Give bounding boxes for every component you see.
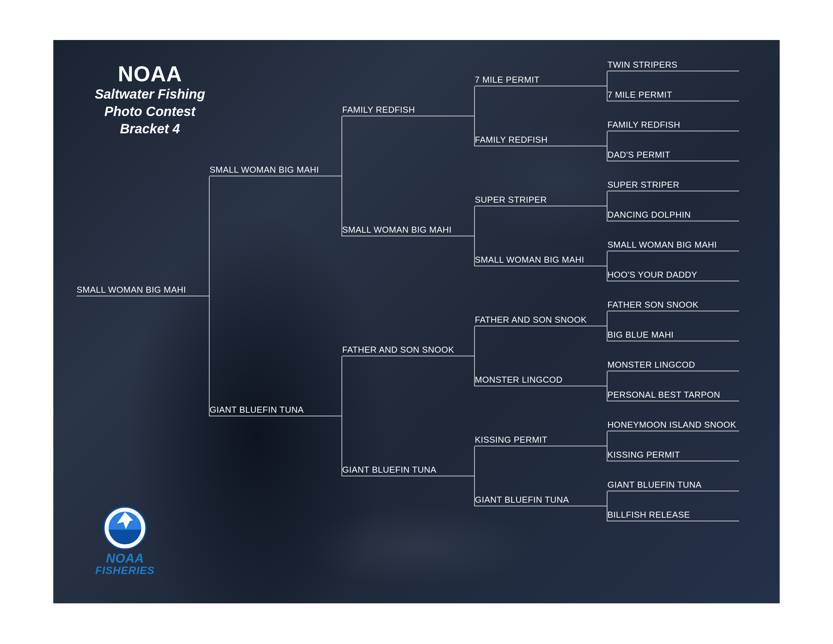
bracket-line bbox=[474, 86, 475, 147]
r16-entry: HONEYMOON ISLAND SNOOK bbox=[608, 420, 739, 431]
r8-entry: SUPER STRIPER bbox=[475, 195, 607, 206]
bracket-line bbox=[474, 206, 475, 266]
r16-entry: DAD'S PERMIT bbox=[608, 150, 739, 161]
title-line1: Saltwater Fishing bbox=[80, 86, 220, 102]
bracket-line bbox=[341, 116, 342, 236]
bracket-line bbox=[607, 491, 608, 521]
bracket-line bbox=[607, 371, 608, 401]
title-block: NOAA Saltwater Fishing Photo Contest Bra… bbox=[80, 63, 220, 137]
title-line3: Bracket 4 bbox=[80, 121, 220, 137]
bracket-line bbox=[607, 311, 608, 341]
noaa-fisheries-logo: NOAA FISHERIES bbox=[87, 506, 163, 577]
r4-entry: GIANT BLUEFIN TUNA bbox=[342, 465, 474, 477]
logo-noaa-text: NOAA bbox=[87, 552, 163, 564]
r8-entry: FATHER AND SON SNOOK bbox=[475, 315, 607, 326]
title-line2: Photo Contest bbox=[80, 103, 220, 119]
bracket-line bbox=[607, 431, 608, 461]
r8-entry: FAMILY REDFISH bbox=[475, 135, 607, 147]
r16-entry: FATHER SON SNOOK bbox=[608, 300, 739, 311]
r8-entry: GIANT BLUEFIN TUNA bbox=[475, 495, 607, 506]
bracket-page: NOAA Saltwater Fishing Photo Contest Bra… bbox=[53, 40, 780, 603]
r16-entry: HOO'S YOUR DADDY bbox=[608, 270, 739, 281]
bracket-line bbox=[341, 356, 342, 477]
r16-entry: TWIN STRIPERS bbox=[608, 60, 739, 71]
r16-entry: SUPER STRIPER bbox=[608, 180, 739, 192]
r16-entry: DANCING DOLPHIN bbox=[608, 210, 739, 221]
r16-entry: BIG BLUE MAHI bbox=[608, 330, 739, 341]
bracket-line bbox=[474, 326, 475, 386]
r16-entry: KISSING PERMIT bbox=[608, 450, 739, 461]
r2-entry: SMALL WOMAN BIG MAHI bbox=[209, 165, 341, 176]
r4-entry: FAMILY REDFISH bbox=[342, 105, 474, 116]
r4-entry: FATHER AND SON SNOOK bbox=[342, 345, 474, 356]
r16-entry: SMALL WOMAN BIG MAHI bbox=[608, 240, 739, 251]
r2-entry: GIANT BLUEFIN TUNA bbox=[209, 405, 341, 416]
r16-entry: BILLFISH RELEASE bbox=[608, 510, 739, 521]
r8-entry: SMALL WOMAN BIG MAHI bbox=[475, 255, 607, 266]
r16-entry: PERSONAL BEST TARPON bbox=[608, 390, 739, 401]
r8-entry: KISSING PERMIT bbox=[475, 435, 607, 446]
bracket-line bbox=[607, 71, 608, 101]
title-org: NOAA bbox=[80, 63, 220, 85]
r8-entry: MONSTER LINGCOD bbox=[475, 375, 607, 386]
r16-entry: FAMILY REDFISH bbox=[608, 120, 739, 131]
noaa-seal-icon bbox=[103, 506, 146, 550]
bracket-line bbox=[209, 176, 209, 416]
r4-entry: SMALL WOMAN BIG MAHI bbox=[342, 225, 474, 236]
r16-entry: MONSTER LINGCOD bbox=[608, 360, 739, 371]
logo-fisheries-text: FISHERIES bbox=[87, 564, 163, 577]
bracket-line bbox=[607, 131, 608, 161]
r8-entry: 7 MILE PERMIT bbox=[475, 75, 607, 86]
bracket-line bbox=[607, 251, 608, 281]
r16-entry: 7 MILE PERMIT bbox=[608, 90, 739, 101]
bracket-line bbox=[474, 446, 475, 506]
winner-entry: SMALL WOMAN BIG MAHI bbox=[77, 285, 209, 296]
bracket-line bbox=[607, 192, 608, 221]
r16-entry: GIANT BLUEFIN TUNA bbox=[608, 480, 739, 491]
